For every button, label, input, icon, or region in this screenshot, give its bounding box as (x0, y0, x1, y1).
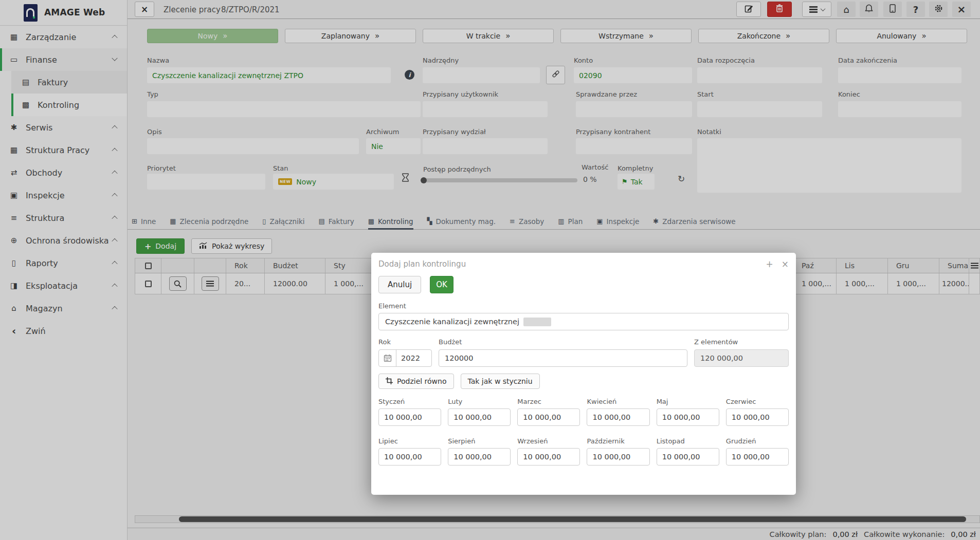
dialog-close-icon[interactable]: × (782, 259, 789, 269)
month-input[interactable]: 10 000,00 (657, 408, 719, 426)
month-label: Luty (448, 398, 511, 405)
field-rok: Rok 2022 (378, 338, 432, 367)
calendar-icon[interactable] (379, 350, 396, 366)
ok-button[interactable]: OK (430, 276, 453, 293)
element-value: Czyszczenie kanalizacji zewnętrznej (385, 318, 519, 326)
field-z-elementow: Z elementów 120 000,00 (694, 338, 789, 367)
month-input[interactable]: 10 000,00 (657, 448, 719, 465)
month-input[interactable]: 10 000,00 (378, 408, 441, 426)
month-label: Kwiecień (587, 398, 649, 405)
month-input[interactable]: 10 000,00 (587, 408, 649, 426)
month-field-2: Luty10 000,00 (448, 398, 511, 426)
app-root: AMAGE Web ▦Zarządzanie▭Finanse▤Faktury▩K… (0, 0, 980, 540)
month-input[interactable]: 10 000,00 (587, 448, 649, 465)
month-label: Lipiec (378, 437, 441, 445)
month-label: Listopad (657, 437, 719, 445)
month-input[interactable]: 10 000,00 (726, 448, 789, 465)
month-input[interactable]: 10 000,00 (378, 448, 441, 465)
month-field-9: Wrzesień10 000,00 (517, 437, 580, 465)
month-input[interactable]: 10 000,00 (517, 448, 580, 465)
dialog-title: Dodaj plan kontrolingu (378, 259, 466, 269)
month-field-6: Czerwiec10 000,00 (726, 398, 789, 426)
month-field-7: Lipiec10 000,00 (378, 437, 441, 465)
month-label: Czerwiec (726, 398, 789, 405)
month-input[interactable]: 10 000,00 (726, 408, 789, 426)
rok-input[interactable]: 2022 (378, 349, 432, 367)
month-input[interactable]: 10 000,00 (517, 408, 580, 426)
month-label: Marzec (517, 398, 580, 405)
element-label: Element (378, 302, 789, 310)
month-label: Sierpień (448, 437, 511, 445)
month-field-11: Listopad10 000,00 (657, 437, 719, 465)
month-field-4: Kwiecień10 000,00 (587, 398, 649, 426)
month-field-10: Październik10 000,00 (587, 437, 649, 465)
months-grid: Styczeń10 000,00Luty10 000,00Marzec10 00… (378, 398, 789, 465)
add-controlling-plan-dialog: Dodaj plan kontrolingu + × Anuluj OK Ele… (371, 253, 796, 495)
cancel-button[interactable]: Anuluj (378, 276, 421, 293)
element-input[interactable]: Czyszczenie kanalizacji zewnętrznej (378, 313, 789, 330)
budzet-input[interactable]: 120000 (439, 349, 687, 367)
z-elementow-input: 120 000,00 (694, 349, 789, 367)
month-field-1: Styczeń10 000,00 (378, 398, 441, 426)
split-equal-button[interactable]: Podziel równo (378, 374, 454, 389)
month-label: Maj (657, 398, 719, 405)
split-icon (386, 377, 393, 386)
month-input[interactable]: 10 000,00 (448, 448, 511, 465)
dialog-maximize-icon[interactable]: + (766, 259, 773, 269)
redacted-text (523, 318, 551, 326)
budzet-label: Budżet (439, 338, 687, 346)
month-label: Październik (587, 437, 649, 445)
month-field-3: Marzec10 000,00 (517, 398, 580, 426)
rok-label: Rok (378, 338, 432, 346)
month-label: Grudzień (726, 437, 789, 445)
month-field-12: Grudzień10 000,00 (726, 437, 789, 465)
field-budzet: Budżet 120000 (439, 338, 687, 367)
month-field-8: Sierpień10 000,00 (448, 437, 511, 465)
rok-value: 2022 (396, 354, 420, 362)
like-january-label: Tak jak w styczniu (468, 377, 533, 385)
month-label: Styczeń (378, 398, 441, 405)
like-january-button[interactable]: Tak jak w styczniu (461, 374, 540, 389)
month-field-5: Maj10 000,00 (657, 398, 719, 426)
month-label: Wrzesień (517, 437, 580, 445)
month-input[interactable]: 10 000,00 (448, 408, 511, 426)
split-equal-label: Podziel równo (397, 377, 447, 385)
z-elementow-label: Z elementów (694, 338, 789, 346)
